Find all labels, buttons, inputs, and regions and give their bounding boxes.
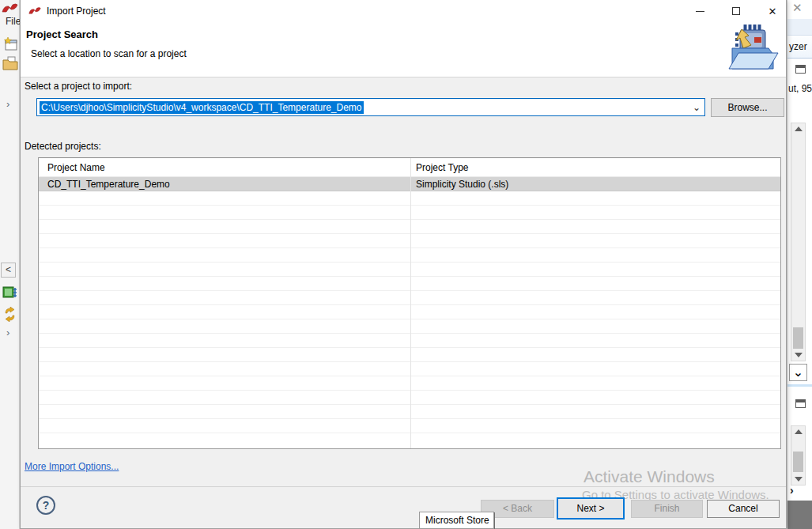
project-name-cell[interactable]: CD_TTI_Temperature_Demo bbox=[39, 177, 410, 191]
detected-projects-table[interactable]: Project Name Project Type CD_TTI_Tempera… bbox=[38, 157, 781, 449]
import-project-icon bbox=[723, 25, 781, 75]
empty-table-row bbox=[39, 319, 780, 334]
device-chip-icon[interactable] bbox=[2, 285, 17, 301]
help-button[interactable]: ? bbox=[36, 496, 55, 515]
dialog-header: Project Search Select a location to scan… bbox=[21, 22, 786, 77]
panel-separator bbox=[787, 384, 812, 387]
column-header-project-type[interactable]: Project Type bbox=[410, 158, 780, 176]
finish-button[interactable]: Finish bbox=[631, 500, 703, 518]
import-project-dialog: Import Project ✕ Project Search Select a… bbox=[20, 0, 787, 529]
empty-table-row bbox=[39, 263, 780, 277]
maximize-icon bbox=[732, 7, 740, 15]
detected-projects-label: Detected projects: bbox=[25, 141, 101, 152]
column-divider bbox=[410, 158, 411, 449]
empty-table-row bbox=[39, 334, 780, 348]
minimize-view-icon[interactable] bbox=[795, 399, 806, 408]
microsoft-store-tooltip: Microsoft Store bbox=[419, 512, 494, 529]
button-bar-separator bbox=[21, 486, 786, 487]
scroll-up-icon[interactable] bbox=[795, 429, 803, 434]
background-app-left-panel: File › < › bbox=[0, 0, 20, 529]
activate-windows-watermark: Activate Windows bbox=[584, 467, 715, 486]
empty-table-row bbox=[39, 277, 780, 291]
browse-button[interactable]: Browse... bbox=[711, 98, 784, 117]
empty-table-row bbox=[39, 220, 780, 234]
project-path-combobox[interactable]: C:\Users\djhoo\SimplicityStudio\v4_works… bbox=[36, 98, 705, 116]
scroll-thumb[interactable] bbox=[793, 452, 803, 472]
more-import-options-link[interactable]: More Import Options... bbox=[25, 461, 119, 472]
chevron-down-icon[interactable]: ⌄ bbox=[689, 102, 704, 113]
vertical-scrollbar[interactable] bbox=[791, 123, 806, 361]
dialog-title: Import Project bbox=[47, 6, 106, 17]
toolbar-band bbox=[787, 19, 812, 36]
empty-table-row bbox=[39, 206, 780, 220]
combo-dropdown-fragment[interactable]: ⌄ bbox=[789, 364, 807, 381]
minimize-view-icon[interactable] bbox=[795, 65, 806, 74]
project-path-value[interactable]: C:\Users\djhoo\SimplicityStudio\v4_works… bbox=[40, 101, 364, 114]
table-row[interactable]: CD_TTI_Temperature_DemoSimplicity Studio… bbox=[39, 177, 780, 191]
empty-table-row bbox=[39, 305, 780, 319]
file-menu[interactable]: File bbox=[6, 16, 21, 27]
app-logo-icon bbox=[2, 2, 18, 16]
table-header-row: Project Name Project Type bbox=[39, 158, 780, 177]
empty-table-row bbox=[39, 191, 780, 206]
empty-table-row bbox=[39, 248, 780, 263]
empty-table-row bbox=[39, 362, 780, 376]
empty-table-row bbox=[39, 234, 780, 248]
collapse-right-icon[interactable]: › bbox=[6, 98, 9, 110]
collapse-right-icon[interactable]: › bbox=[6, 327, 9, 338]
dialog-app-icon bbox=[28, 6, 41, 17]
page-subtitle: Select a location to scan for a project bbox=[31, 48, 187, 59]
empty-table-row bbox=[39, 391, 780, 405]
bottom-panel-block bbox=[787, 501, 812, 529]
dialog-titlebar[interactable]: Import Project ✕ bbox=[21, 0, 786, 22]
refresh-arrows-icon[interactable] bbox=[3, 307, 17, 322]
screen: File › < › ✕ yzer ut, 954 bbox=[0, 0, 812, 529]
scroll-down-icon[interactable] bbox=[795, 477, 803, 482]
projects-table-body: CD_TTI_Temperature_DemoSimplicity Studio… bbox=[39, 177, 780, 433]
new-window-icon[interactable] bbox=[4, 37, 18, 51]
background-app-right-panel: ✕ yzer ut, 954 ⌄ › bbox=[787, 0, 812, 529]
project-type-cell[interactable]: Simplicity Studio (.sls) bbox=[410, 177, 780, 191]
expand-right-icon[interactable]: › bbox=[790, 484, 794, 497]
folder-copy-icon[interactable] bbox=[2, 55, 18, 70]
import-path-label: Select a project to import: bbox=[25, 81, 132, 92]
collapse-left-button[interactable]: < bbox=[1, 263, 16, 278]
empty-table-row bbox=[39, 376, 780, 391]
scroll-down-icon[interactable] bbox=[795, 353, 803, 357]
minimize-button[interactable] bbox=[682, 0, 718, 22]
page-title: Project Search bbox=[26, 28, 98, 40]
maximize-button[interactable] bbox=[718, 0, 754, 22]
status-text-fragment: ut, 954 bbox=[788, 83, 812, 94]
close-button[interactable]: ✕ bbox=[754, 0, 791, 22]
empty-table-row bbox=[39, 291, 780, 305]
empty-table-row bbox=[39, 348, 780, 362]
empty-table-row bbox=[39, 405, 780, 419]
cancel-button[interactable]: Cancel bbox=[707, 500, 780, 518]
empty-table-row bbox=[39, 419, 780, 433]
next-button[interactable]: Next > bbox=[557, 497, 625, 520]
analyzer-tab-fragment[interactable]: yzer bbox=[787, 36, 812, 59]
vertical-scrollbar[interactable] bbox=[791, 425, 806, 486]
scroll-thumb[interactable] bbox=[793, 327, 803, 349]
column-header-project-name[interactable]: Project Name bbox=[39, 158, 410, 176]
app-close-icon[interactable]: ✕ bbox=[792, 1, 803, 15]
minimize-icon bbox=[696, 11, 704, 12]
scroll-up-icon[interactable] bbox=[795, 127, 803, 131]
